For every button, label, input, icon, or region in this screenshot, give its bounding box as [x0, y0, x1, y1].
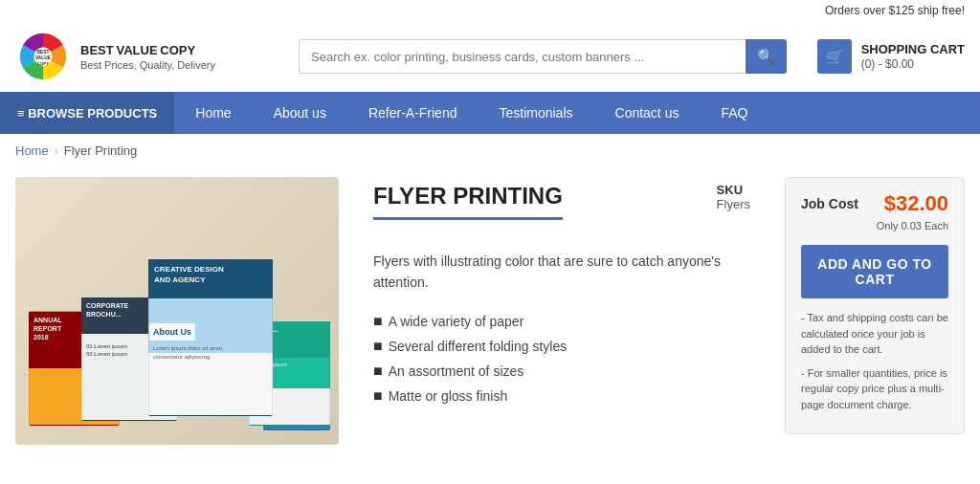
product-details: FLYER PRINTING SKU Flyers Flyers with il… — [354, 167, 769, 454]
navbar: ≡ BROWSE PRODUCTS HomeAbout usRefer-A-Fr… — [0, 92, 980, 134]
job-cost-sidebar: Job Cost $32.00 Only 0.03 Each ADD AND G… — [769, 167, 980, 454]
product-features: ■A wide variety of paper■Several differe… — [373, 309, 750, 408]
svg-text:BEST: BEST — [37, 50, 50, 55]
product-feature-item: ■An assortment of sizes — [373, 359, 750, 384]
product-title-wrapper: FLYER PRINTING — [373, 183, 563, 235]
bullet-icon: ■ — [373, 338, 383, 355]
flyer-item-about-us: CREATIVE DESIGNAND AGENCY About Us Lorem… — [148, 258, 273, 416]
breadcrumb-home[interactable]: Home — [15, 143, 49, 158]
sku-label: SKU — [717, 183, 750, 197]
cost-note-1: - Tax and shipping costs can be calculat… — [801, 310, 948, 358]
bullet-icon: ■ — [373, 313, 383, 330]
sku-area: SKU Flyers — [717, 183, 750, 211]
cost-notes: - Tax and shipping costs can be calculat… — [801, 310, 948, 412]
product-title-row: FLYER PRINTING SKU Flyers — [373, 183, 750, 235]
product-feature-item: ■Several different folding styles — [373, 334, 750, 359]
search-input[interactable] — [299, 39, 746, 74]
svg-text:COPY: COPY — [37, 61, 49, 66]
bullet-icon: ■ — [373, 387, 383, 405]
cart-title: SHOPPING CART — [861, 42, 965, 57]
product-image: ANNUALREPORT2018 CORPORATEBROCHU... 01 L… — [15, 177, 339, 445]
svg-text:VALUE: VALUE — [35, 55, 52, 60]
top-bar: Orders over $125 ship free! — [0, 0, 980, 21]
sku-value: Flyers — [717, 197, 750, 211]
cost-note-2: - For smaller quantities, price is regul… — [801, 365, 948, 413]
flyer-stack: ANNUALREPORT2018 CORPORATEBROCHU... 01 L… — [24, 187, 330, 435]
product-image-area: ANNUALREPORT2018 CORPORATEBROCHU... 01 L… — [0, 167, 354, 454]
nav-link-faq[interactable]: FAQ — [700, 92, 768, 134]
nav-link-testimonials[interactable]: Testimonials — [478, 92, 593, 134]
cart-icon[interactable]: 🛒 — [817, 39, 852, 74]
logo-icon: BEST VALUE COPY — [15, 29, 71, 84]
browse-products-button[interactable]: ≡ BROWSE PRODUCTS — [0, 92, 174, 134]
job-cost-box: Job Cost $32.00 Only 0.03 Each ADD AND G… — [785, 177, 965, 434]
breadcrumb: Home › Flyer Printing — [0, 134, 980, 167]
product-title: FLYER PRINTING — [373, 183, 563, 220]
logo-brand-small: BEST VALUE COPY — [80, 43, 215, 57]
nav-link-home[interactable]: Home — [174, 92, 252, 134]
breadcrumb-separator: › — [55, 144, 58, 158]
breadcrumb-current: Flyer Printing — [64, 143, 138, 158]
nav-links: HomeAbout usRefer-A-FriendTestimonialsCo… — [174, 92, 980, 134]
add-to-cart-button[interactable]: ADD AND GO TO CART — [801, 245, 948, 298]
bullet-icon: ■ — [373, 363, 383, 380]
product-description: Flyers with illustrating color that are … — [373, 251, 750, 294]
cart-area[interactable]: 🛒 SHOPPING CART (0) - $0.00 — [817, 39, 965, 74]
job-cost-label: Job Cost — [801, 196, 858, 211]
main-content: ANNUALREPORT2018 CORPORATEBROCHU... 01 L… — [0, 167, 980, 473]
logo-area: BEST VALUE COPY BEST VALUE COPY Best Pri… — [15, 29, 283, 84]
header: BEST VALUE COPY BEST VALUE COPY Best Pri… — [0, 21, 980, 92]
search-button[interactable]: 🔍 — [746, 39, 787, 74]
shipping-notice: Orders over $125 ship free! — [825, 4, 965, 17]
logo-tagline: Best Prices, Quality, Delivery — [80, 59, 215, 71]
logo-text: BEST VALUE COPY Best Prices, Quality, De… — [80, 43, 215, 71]
job-cost-per-each: Only 0.03 Each — [801, 220, 948, 231]
cart-count: (0) - $0.00 — [861, 57, 965, 71]
job-cost-price: $32.00 — [884, 191, 948, 216]
cart-text: SHOPPING CART (0) - $0.00 — [861, 42, 965, 71]
product-feature-item: ■A wide variety of paper — [373, 309, 750, 334]
nav-link-contact[interactable]: Contact us — [594, 92, 701, 134]
job-cost-row: Job Cost $32.00 — [801, 191, 948, 216]
product-feature-item: ■Matte or gloss finish — [373, 384, 750, 408]
search-area: 🔍 — [299, 39, 787, 74]
nav-link-refer[interactable]: Refer-A-Friend — [347, 92, 479, 134]
nav-link-about[interactable]: About us — [253, 92, 347, 134]
